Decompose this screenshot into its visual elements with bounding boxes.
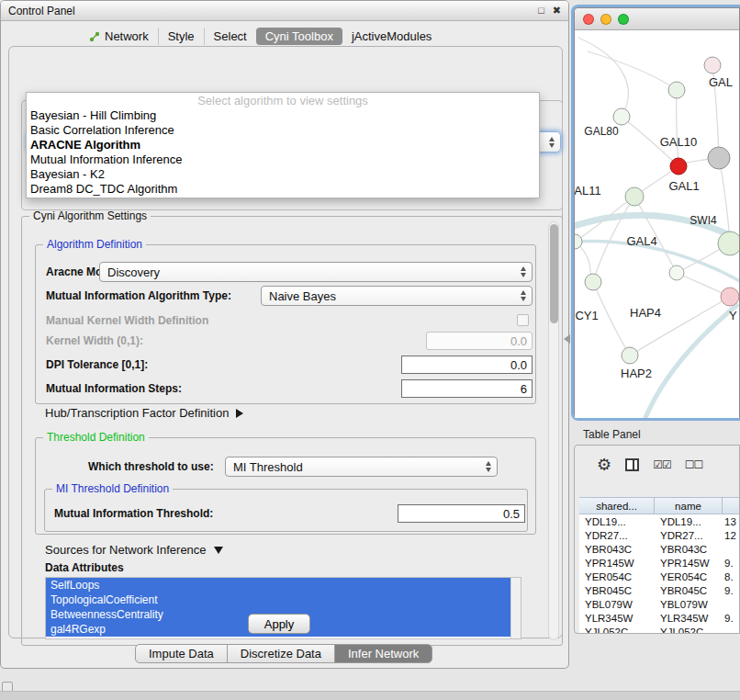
kernel-width-input[interactable] <box>426 332 533 350</box>
algorithm-option[interactable]: Bayesian - Hill Climbing <box>27 108 539 123</box>
table-row[interactable]: YJL052CYJL052C <box>579 625 740 634</box>
network-node[interactable] <box>670 158 687 175</box>
list-scrollbar[interactable] <box>510 578 521 638</box>
algorithm-option[interactable]: Dream8 DC_TDC Algorithm <box>27 182 539 197</box>
table-cell: YBR043C <box>655 544 723 555</box>
columns-icon[interactable] <box>625 458 639 471</box>
network-node[interactable] <box>625 187 644 206</box>
network-node[interactable] <box>718 231 739 255</box>
network-canvas[interactable]: GALGAL80GAL10GAL11GAL1SWI4GAL4GCY1HAP4YH… <box>575 30 739 418</box>
float-window-icon[interactable]: □ <box>538 5 544 17</box>
group-title: Algorithm Definition <box>43 238 146 251</box>
network-view-window: GALGAL80GAL10GAL11GAL1SWI4GAL4GCY1HAP4YH… <box>574 7 740 418</box>
network-node-label: GAL11 <box>575 184 601 198</box>
unchecked-pair-icon[interactable]: ☐☐ <box>685 458 703 471</box>
network-node-label: GCY1 <box>575 309 599 322</box>
table-cell: YBR045C <box>579 585 655 596</box>
network-node[interactable] <box>669 265 684 280</box>
tab-jactivemodules[interactable]: jActiveModules <box>342 28 441 45</box>
dpi-tolerance-input[interactable] <box>401 356 533 374</box>
tab-network[interactable]: Network <box>80 28 158 45</box>
table-row[interactable]: YBR043CYBR043C <box>579 542 740 556</box>
group-title: Threshold Definition <box>43 431 149 444</box>
network-node[interactable] <box>613 108 630 125</box>
hub-definition-label: Hub/Transcription Factor Definition <box>45 406 229 421</box>
dropdown-placeholder: Select algorithm to view settings <box>27 94 539 108</box>
traffic-light-zoom[interactable] <box>618 14 629 25</box>
table-cell: 9. <box>723 558 740 569</box>
combo-stepper-icon <box>549 137 556 148</box>
algorithm-option[interactable]: ARACNE Algorithm <box>27 138 539 152</box>
network-node[interactable] <box>585 274 601 290</box>
algorithm-option[interactable]: Bayesian - K2 <box>27 167 539 182</box>
network-node-label: HAP4 <box>630 306 661 320</box>
bottom-tab-discretize[interactable]: Discretize Data <box>227 645 334 662</box>
mi-algorithm-type-select[interactable]: Naive Bayes <box>261 286 533 306</box>
settings-scrollbar-thumb[interactable] <box>550 224 558 323</box>
mi-steps-input[interactable] <box>401 379 533 398</box>
table-cell: YDR27... <box>655 530 723 541</box>
sources-toggle[interactable]: Sources for Network Inference <box>45 543 223 558</box>
dpi-tolerance-label: DPI Tolerance [0,1]: <box>46 355 148 375</box>
collapsed-arrow-icon <box>236 409 243 418</box>
bottom-tab-infer[interactable]: Infer Network <box>334 645 432 662</box>
manual-kernel-checkbox[interactable] <box>517 314 529 326</box>
checked-pair-icon[interactable]: ☑☑ <box>653 458 671 471</box>
table-row[interactable]: YBR045CYBR045C9. <box>579 583 740 597</box>
control-panel-titlebar: Control Panel □ ✖ <box>1 1 568 21</box>
apply-button[interactable]: Apply <box>248 614 310 634</box>
aracne-mode-select[interactable]: Discovery <box>99 262 533 282</box>
table-row[interactable]: YER054CYER054C8. <box>579 570 740 583</box>
table-cell: 9. <box>723 585 740 596</box>
table-row[interactable]: YBL079WYBL079W <box>579 597 740 611</box>
table-row[interactable]: YLR345WYLR345W9. <box>579 611 740 625</box>
traffic-light-close[interactable] <box>583 14 594 25</box>
table-cell: YDL19... <box>655 516 723 527</box>
tab-label: Network <box>105 29 149 43</box>
network-node-label: GAL80 <box>584 125 619 138</box>
network-node[interactable] <box>721 288 739 306</box>
algorithm-option[interactable]: Basic Correlation Inference <box>27 123 539 138</box>
network-node[interactable] <box>668 82 685 98</box>
table-cell: 8. <box>723 571 740 582</box>
bottom-tabs: Impute Data Discretize Data Infer Networ… <box>135 644 432 663</box>
combo-stepper-icon <box>521 290 528 301</box>
algorithm-option[interactable]: Mutual Information Inference <box>27 152 539 167</box>
control-panel-title: Control Panel <box>8 5 75 17</box>
gear-icon[interactable]: ⚙ <box>597 457 611 473</box>
column-header-name[interactable]: name <box>655 498 723 514</box>
table-cell: YJL052C <box>579 627 655 635</box>
sources-label: Sources for Network Inference <box>45 543 207 558</box>
table-cell: YDL19... <box>579 516 655 527</box>
attribute-item[interactable]: TopologicalCoefficient <box>46 593 510 607</box>
combo-value: MI Threshold <box>233 460 303 474</box>
table-cell: YPR145W <box>655 558 723 569</box>
mi-threshold-input[interactable] <box>398 504 525 523</box>
threshold-type-select[interactable]: MI Threshold <box>225 457 498 477</box>
cyni-toolbox-panel: Cyni Algorithm Settings Algorithm Defini… <box>8 46 563 638</box>
tab-select[interactable]: Select <box>204 28 256 45</box>
attribute-item[interactable]: SelfLoops <box>46 578 510 593</box>
close-window-icon[interactable]: ✖ <box>553 5 561 17</box>
hub-definition-toggle[interactable]: Hub/Transcription Factor Definition <box>45 406 243 421</box>
splitter-collapse-icon[interactable] <box>564 334 570 344</box>
table-row[interactable]: YDR27...YDR27...12 <box>579 528 740 542</box>
network-node[interactable] <box>622 347 638 364</box>
column-header-extra[interactable] <box>723 498 740 514</box>
table-cell: YDR27... <box>579 530 655 541</box>
network-window-titlebar <box>575 8 739 30</box>
traffic-light-minimize[interactable] <box>600 14 611 25</box>
table-row[interactable]: YPR145WYPR145W9. <box>579 556 740 570</box>
table-cell: YBR043C <box>579 544 655 555</box>
network-node[interactable] <box>708 147 730 169</box>
tab-cyni-toolbox[interactable]: Cyni Toolbox <box>256 28 342 45</box>
table-row[interactable]: YDL19...YDL19...13 <box>579 514 740 528</box>
bottom-tab-impute[interactable]: Impute Data <box>136 645 227 662</box>
settings-scrollbar[interactable] <box>548 221 559 640</box>
column-header-shared[interactable]: shared... <box>579 498 655 514</box>
network-node-label: GAL <box>709 75 733 89</box>
network-node[interactable] <box>704 57 721 73</box>
tab-style[interactable]: Style <box>158 28 204 45</box>
network-node-label: GAL4 <box>626 234 656 248</box>
threshold-definition-group: Threshold Definition Which threshold to … <box>35 437 536 535</box>
